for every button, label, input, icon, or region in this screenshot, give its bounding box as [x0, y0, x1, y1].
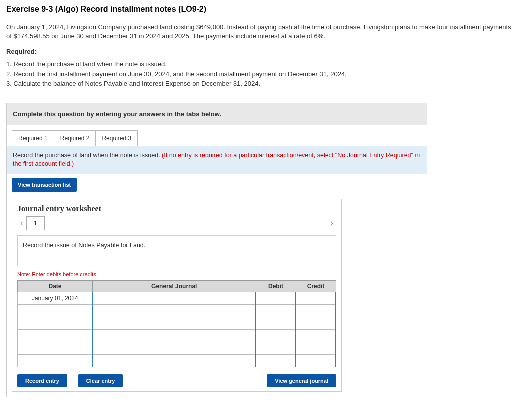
cell-account[interactable] [93, 354, 256, 367]
chevron-left-icon[interactable]: ‹ [17, 218, 26, 228]
tab-instruction: Record the purchase of land when the not… [7, 146, 427, 174]
table-row [18, 342, 336, 354]
instruction-text: Record the purchase of land when the not… [13, 152, 162, 159]
required-label: Required: [6, 48, 526, 56]
cell-credit[interactable] [296, 330, 336, 342]
cell-date[interactable] [18, 317, 93, 330]
exercise-title: Exercise 9-3 (Algo) Record installment n… [6, 5, 526, 14]
worksheet-step-nav: ‹ 1 › [17, 216, 336, 230]
problem-intro: On January 1, 2024, Livingston Company p… [6, 23, 516, 41]
cell-debit[interactable] [256, 330, 296, 342]
requirement-item: 3. Calculate the balance of Notes Payabl… [6, 79, 526, 89]
tab-required-2[interactable]: Required 2 [54, 130, 96, 146]
col-debit: Debit [256, 280, 296, 292]
cell-date[interactable] [18, 304, 93, 317]
cell-credit[interactable] [296, 292, 336, 304]
tab-required-3[interactable]: Required 3 [95, 130, 138, 146]
cell-debit[interactable] [256, 317, 296, 330]
cell-account[interactable] [93, 304, 256, 317]
requirements-list: 1. Record the purchase of land when the … [6, 60, 526, 89]
cell-date[interactable] [18, 330, 93, 342]
answer-area: Complete this question by entering your … [6, 103, 427, 398]
view-transaction-list-button[interactable]: View transaction list [12, 178, 77, 192]
requirement-item: 1. Record the purchase of land when the … [6, 60, 526, 70]
view-general-journal-button[interactable]: View general journal [267, 374, 336, 388]
cell-debit[interactable] [256, 354, 296, 367]
col-credit: Credit [296, 280, 336, 292]
cell-date[interactable]: January 01, 2024 [18, 292, 93, 304]
cell-debit[interactable] [256, 342, 296, 354]
answer-instructions: Complete this question by entering your … [7, 104, 427, 126]
journal-entry-worksheet: Journal entry worksheet ‹ 1 › Record the… [12, 199, 342, 392]
col-date: Date [18, 280, 93, 292]
col-general-journal: General Journal [93, 280, 256, 292]
chevron-right-icon[interactable]: › [327, 218, 336, 228]
cell-credit[interactable] [296, 304, 336, 317]
table-row [18, 317, 336, 330]
worksheet-button-row: Record entry Clear entry View general jo… [17, 374, 336, 388]
record-entry-button[interactable]: Record entry [17, 374, 67, 388]
debits-before-credits-note: Note: Enter debits before credits. [17, 272, 336, 278]
table-row [18, 354, 336, 367]
cell-debit[interactable] [256, 304, 296, 317]
cell-credit[interactable] [296, 342, 336, 354]
clear-entry-button[interactable]: Clear entry [78, 374, 123, 388]
cell-account[interactable] [93, 342, 256, 354]
cell-debit[interactable] [256, 292, 296, 304]
table-row [18, 330, 336, 342]
table-row [18, 304, 336, 317]
cell-credit[interactable] [296, 354, 336, 367]
transaction-description: Record the issue of Notes Payable for La… [17, 236, 336, 266]
requirement-item: 2. Record the first installment payment … [6, 70, 526, 80]
requirement-tabs: Required 1 Required 2 Required 3 [7, 126, 427, 146]
cell-credit[interactable] [296, 317, 336, 330]
cell-account[interactable] [93, 330, 256, 342]
cell-account[interactable] [93, 292, 256, 304]
tab-required-1[interactable]: Required 1 [12, 130, 54, 146]
table-row: January 01, 2024 [18, 292, 336, 304]
cell-account[interactable] [93, 317, 256, 330]
worksheet-title: Journal entry worksheet [17, 204, 336, 214]
step-tab-1[interactable]: 1 [26, 216, 45, 230]
cell-date[interactable] [18, 354, 93, 367]
journal-entry-table: Date General Journal Debit Credit Januar… [17, 280, 336, 368]
cell-date[interactable] [18, 342, 93, 354]
